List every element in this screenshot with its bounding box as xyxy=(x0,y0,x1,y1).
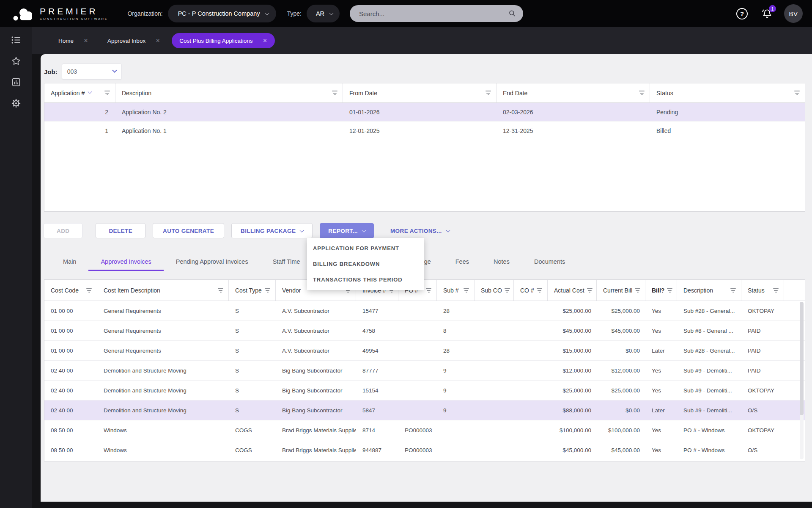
filter-icon[interactable] xyxy=(639,91,645,95)
actions-toolbar: ADD DELETE AUTO GENERATE BILLING PACKAGE… xyxy=(44,223,459,238)
cell: OKTOPAY xyxy=(741,381,784,400)
add-button[interactable]: ADD xyxy=(44,223,82,238)
column-header-sub-co[interactable]: Sub CO xyxy=(475,280,514,301)
column-header-cost-code[interactable]: Cost Code xyxy=(44,280,97,301)
filter-icon[interactable] xyxy=(667,288,672,293)
star-icon[interactable] xyxy=(11,55,22,66)
type-select[interactable]: AR xyxy=(307,5,340,22)
cell: 87777 xyxy=(356,361,398,380)
table-row[interactable]: 01 00 00General RequirementsSA.V. Subcon… xyxy=(44,301,805,321)
vertical-scrollbar[interactable] xyxy=(800,302,804,459)
filter-icon[interactable] xyxy=(464,288,469,293)
filter-icon[interactable] xyxy=(218,288,223,293)
column-header-actual-cost[interactable]: Actual Cost xyxy=(548,280,597,301)
filter-icon[interactable] xyxy=(332,91,337,95)
cell: S xyxy=(229,361,276,380)
filter-icon[interactable] xyxy=(730,288,736,293)
table-row[interactable]: 02 40 00Demolition and Structure MovingS… xyxy=(44,361,805,381)
column-label: Cost Code xyxy=(51,287,79,294)
cell: 02 40 00 xyxy=(44,381,97,400)
tab-notes[interactable]: Notes xyxy=(481,252,522,271)
table-row[interactable]: 01 00 00General RequirementsSA.V. Subcon… xyxy=(44,341,805,361)
table-row-selected[interactable]: 02 40 00Demolition and Structure MovingS… xyxy=(44,400,805,420)
tab-documents[interactable]: Documents xyxy=(522,252,577,271)
column-header-status[interactable]: Status xyxy=(741,280,784,301)
filter-icon[interactable] xyxy=(86,288,92,293)
column-header-application[interactable]: Application # xyxy=(44,83,115,102)
cell: $88,000.00 xyxy=(548,400,597,420)
filter-icon[interactable] xyxy=(587,288,593,293)
settings-icon[interactable] xyxy=(11,98,22,109)
table-row[interactable]: 02 40 00Demolition and Structure MovingS… xyxy=(44,381,805,400)
auto-generate-button[interactable]: AUTO GENERATE xyxy=(153,223,224,238)
column-header-cost-item-description[interactable]: Cost Item Description xyxy=(97,280,229,301)
menu-item-billing-breakdown[interactable]: BILLING BREAKDOWN xyxy=(307,256,424,272)
window-tab-home[interactable]: Home✕ xyxy=(51,33,96,48)
filter-icon[interactable] xyxy=(486,91,491,95)
column-header-bill[interactable]: Bill? xyxy=(645,280,677,301)
table-row[interactable]: 08 50 00WindowsCOGSBrad Briggs Materials… xyxy=(44,420,805,440)
window-tab-label: Approval Inbox xyxy=(107,38,145,44)
billing-package-button[interactable]: BILLING PACKAGE xyxy=(231,223,313,238)
column-header-end-date[interactable]: End Date xyxy=(497,83,650,102)
filter-icon[interactable] xyxy=(265,288,270,293)
table-row[interactable]: 08 50 00WindowsCOGSBrad Briggs Materials… xyxy=(44,440,805,460)
column-header-sub[interactable]: Sub # xyxy=(437,280,475,301)
cell xyxy=(398,321,437,340)
filter-icon[interactable] xyxy=(426,288,431,293)
notifications-button[interactable]: 1 xyxy=(761,8,773,19)
column-header-current-bill[interactable]: Current Bill xyxy=(597,280,645,301)
table-row[interactable]: 01 00 00General RequirementsSA.V. Subcon… xyxy=(44,321,805,341)
close-icon[interactable]: ✕ xyxy=(84,38,88,44)
window-tab-approval-inbox[interactable]: Approval Inbox✕ xyxy=(100,33,167,48)
app-logo[interactable]: PREMIER CONSTRUCTION SOFTWARE xyxy=(13,6,108,21)
window-tab-cost-plus-billing-applications[interactable]: Cost Plus Billing Applications✕ xyxy=(172,33,274,48)
filter-icon[interactable] xyxy=(537,288,542,293)
tab-staff-time[interactable]: Staff Time xyxy=(261,252,313,271)
analytics-icon[interactable] xyxy=(11,77,22,88)
column-header-description[interactable]: Description xyxy=(115,83,343,102)
more-actions-button[interactable]: MORE ACTIONS... xyxy=(381,223,459,238)
job-select[interactable]: 003 xyxy=(62,64,122,80)
menu-item-transactions-this-period[interactable]: TRANSACTIONS THIS PERIOD xyxy=(307,272,424,287)
menu-item-application-for-payment[interactable]: APPLICATION FOR PAYMENT xyxy=(307,240,424,256)
tab-fees[interactable]: Fees xyxy=(443,252,481,271)
type-value: AR xyxy=(316,10,324,17)
help-icon[interactable]: ? xyxy=(736,8,748,19)
cell: $15,000.00 xyxy=(548,341,597,360)
filter-icon[interactable] xyxy=(773,288,779,293)
column-header-from-date[interactable]: From Date xyxy=(343,83,497,102)
tab-approved-invoices[interactable]: Approved Invoices xyxy=(88,252,163,271)
list-icon[interactable] xyxy=(11,34,22,45)
cell: $45,000.00 xyxy=(548,321,597,340)
scrollbar-thumb[interactable] xyxy=(800,302,804,415)
table-row-selected[interactable]: 2Application No. 201-01-202602-03-2026Pe… xyxy=(44,103,805,121)
column-header-filler xyxy=(784,280,805,301)
column-header-co[interactable]: CO # xyxy=(514,280,548,301)
cell: O/S xyxy=(741,400,784,420)
close-icon[interactable]: ✕ xyxy=(263,38,267,44)
filter-icon[interactable] xyxy=(104,91,110,95)
cell: PO000003 xyxy=(398,420,437,440)
table-row[interactable]: 1Application No. 112-01-202512-31-2025Bi… xyxy=(44,121,805,140)
avatar[interactable]: BV xyxy=(784,4,803,23)
cell: 08 50 00 xyxy=(44,420,97,440)
tab-main[interactable]: Main xyxy=(51,252,88,271)
report-button[interactable]: REPORT... xyxy=(320,223,374,238)
cell: 02-03-2026 xyxy=(497,103,650,121)
close-icon[interactable]: ✕ xyxy=(156,38,160,44)
cell xyxy=(514,341,548,360)
filter-icon[interactable] xyxy=(505,288,510,293)
column-header-description[interactable]: Description xyxy=(677,280,741,301)
column-header-cost-type[interactable]: Cost Type xyxy=(229,280,276,301)
search-input[interactable]: Search... xyxy=(350,5,523,22)
tab-pending-approval-invoices[interactable]: Pending Approval Invoices xyxy=(164,252,261,271)
cell: Brad Briggs Materials Supplier xyxy=(276,420,356,440)
organization-select[interactable]: PC - P Construction Company xyxy=(168,5,276,22)
cell: 28 xyxy=(437,341,475,360)
cell: PO # - Windows xyxy=(677,440,741,460)
filter-icon[interactable] xyxy=(794,91,800,95)
delete-button[interactable]: DELETE xyxy=(96,223,145,238)
filter-icon[interactable] xyxy=(635,288,640,293)
column-header-status[interactable]: Status xyxy=(650,83,805,102)
